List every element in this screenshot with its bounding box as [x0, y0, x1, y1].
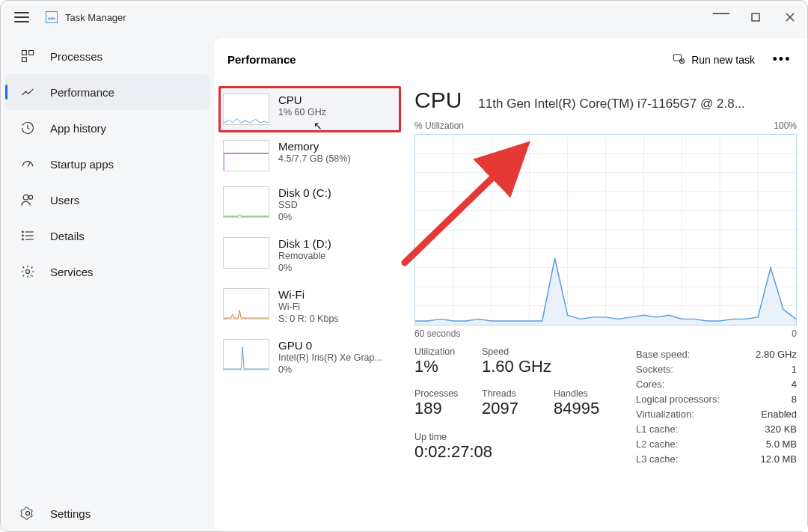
close-button[interactable] — [773, 1, 807, 34]
gear-icon — [20, 264, 35, 279]
svg-rect-3 — [22, 58, 27, 62]
spec-value: 1 — [792, 364, 797, 375]
spec-label: Logical processors: — [636, 394, 720, 405]
svg-point-13 — [26, 270, 30, 274]
nav-details[interactable]: Details — [5, 218, 209, 254]
menu-button[interactable] — [14, 12, 29, 22]
stat-label: Up time — [414, 432, 621, 442]
nav-label: Performance — [50, 86, 114, 99]
cpu-model: 11th Gen Intel(R) Core(TM) i7-1165G7 @ 2… — [478, 97, 797, 111]
spec-label: Virtualization: — [636, 409, 694, 420]
run-task-label: Run new task — [691, 54, 755, 66]
users-icon — [20, 192, 35, 207]
spec-label: Base speed: — [636, 349, 690, 360]
svg-point-14 — [26, 512, 30, 516]
perf-title: CPU — [278, 94, 326, 106]
run-new-task-button[interactable]: Run new task — [664, 47, 762, 72]
perf-sub: Wi-Fi — [278, 301, 339, 314]
nav-label: App history — [50, 122, 106, 135]
nav-settings[interactable]: Settings — [5, 495, 209, 531]
x-right: 0 — [792, 328, 797, 339]
spec-value: 8 — [792, 394, 797, 405]
perf-sub2: 0% — [278, 212, 331, 222]
grid-icon — [20, 49, 35, 64]
nav-app-history[interactable]: App history — [5, 110, 209, 146]
svg-rect-2 — [29, 51, 34, 55]
detail-pane: CPU 11th Gen Intel(R) Core(TM) i7-1165G7… — [401, 82, 807, 531]
app-icon — [46, 11, 58, 23]
spec-value: 5.0 MB — [766, 438, 797, 450]
perf-title: Disk 1 (D:) — [278, 237, 331, 250]
maximize-button[interactable] — [738, 1, 773, 34]
perf-sub: SSD — [278, 199, 331, 212]
more-button[interactable]: ••• — [767, 46, 797, 73]
nav-users[interactable]: Users — [5, 182, 209, 218]
chart-icon — [20, 85, 35, 100]
stat-label: Handles — [554, 388, 621, 399]
perf-title: Disk 0 (C:) — [278, 186, 331, 199]
perf-item-wifi[interactable]: Wi-Fi Wi-Fi S: 0 R: 0 Kbps — [218, 281, 401, 331]
gpu-sparkline — [223, 339, 269, 370]
perf-item-gpu[interactable]: GPU 0 Intel(R) Iris(R) Xe Grap... 0% — [218, 331, 401, 382]
spec-label: L1 cache: — [636, 424, 678, 435]
svg-rect-0 — [752, 13, 759, 21]
svg-point-12 — [22, 239, 24, 240]
stat-value: 1.60 GHz — [482, 357, 554, 376]
perf-item-memory[interactable]: Memory 4.5/7.7 GB (58%) — [218, 132, 401, 179]
nav-services[interactable]: Services — [5, 254, 209, 290]
detail-title: CPU — [414, 88, 462, 113]
disk1-sparkline — [223, 237, 269, 269]
perf-title: Wi-Fi — [278, 288, 339, 301]
list-icon — [20, 228, 35, 243]
perf-sub2: S: 0 R: 0 Kbps — [278, 314, 339, 324]
nav-startup[interactable]: Startup apps — [5, 146, 209, 182]
spec-value: 4 — [792, 379, 797, 390]
nav-label: Services — [50, 266, 94, 278]
perf-sub2: 0% — [278, 364, 382, 375]
perf-sub: 1% 60 GHz — [278, 106, 326, 119]
page-title: Performance — [227, 53, 296, 66]
app-title: Task Manager — [65, 12, 126, 23]
cpu-sparkline — [223, 94, 269, 125]
stat-label: Threads — [482, 388, 554, 399]
stat-label: Utilization — [414, 346, 482, 357]
perf-sub: Removable — [278, 250, 331, 263]
performance-list: CPU 1% 60 GHz Memory 4.5/7.7 GB (58%) — [214, 82, 401, 531]
minimize-button[interactable]: — — [704, 1, 738, 34]
perf-title: Memory — [278, 140, 351, 153]
svg-point-6 — [29, 195, 33, 199]
nav-performance[interactable]: Performance — [5, 74, 209, 110]
perf-title: GPU 0 — [278, 339, 382, 352]
svg-line-4 — [28, 162, 30, 166]
perf-item-cpu[interactable]: CPU 1% 60 GHz — [218, 86, 401, 132]
scale-max: 100% — [774, 120, 797, 131]
stat-label: Speed — [482, 346, 554, 357]
nav-label: Details — [50, 230, 85, 242]
perf-item-disk1[interactable]: Disk 1 (D:) Removable 0% — [218, 230, 401, 281]
stat-value: 189 — [414, 399, 482, 418]
spec-value: 2.80 GHz — [756, 349, 797, 360]
spec-label: L2 cache: — [636, 438, 678, 450]
nav-label: Users — [50, 194, 79, 207]
spec-value: Enabled — [761, 409, 797, 420]
svg-point-10 — [22, 231, 24, 233]
util-label: % Utilization — [414, 120, 464, 131]
nav-label: Startup apps — [50, 158, 114, 171]
spec-label: Sockets: — [636, 364, 673, 375]
history-icon — [20, 120, 35, 135]
svg-point-11 — [22, 235, 24, 236]
wifi-sparkline — [223, 288, 269, 319]
nav-label: Settings — [50, 507, 91, 520]
nav-processes[interactable]: Processes — [5, 38, 209, 74]
spec-label: Cores: — [636, 379, 664, 390]
perf-item-disk0[interactable]: Disk 0 (C:) SSD 0% — [218, 179, 401, 230]
cpu-chart — [414, 134, 797, 325]
spec-value: 320 KB — [765, 424, 797, 435]
spec-label: L3 cache: — [636, 453, 678, 465]
perf-sub: 4.5/7.7 GB (58%) — [278, 153, 351, 165]
nav-label: Processes — [50, 50, 102, 63]
stat-value: 2097 — [482, 399, 554, 418]
sidebar: Processes Performance App history Startu… — [1, 34, 214, 531]
gauge-icon — [20, 156, 35, 171]
disk0-sparkline — [223, 186, 269, 218]
